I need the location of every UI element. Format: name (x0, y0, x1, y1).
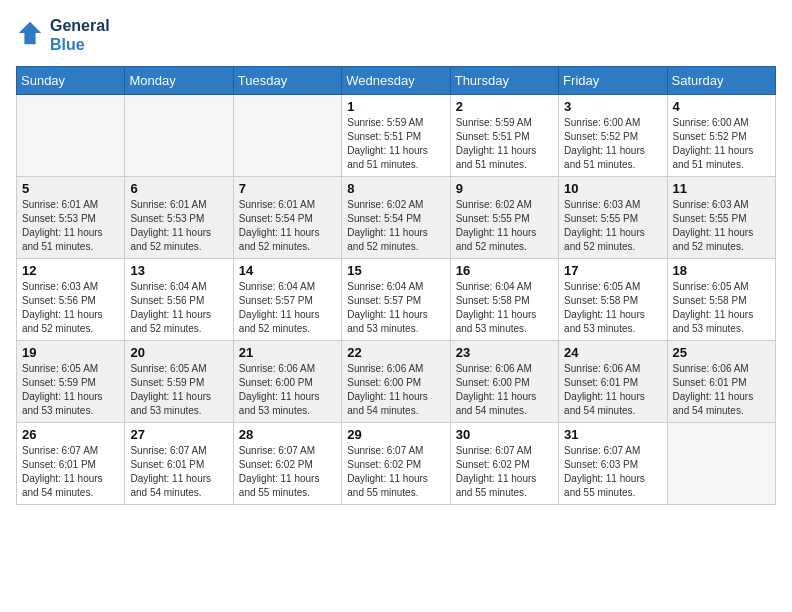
day-number: 29 (347, 427, 444, 442)
day-info: Sunrise: 6:03 AM Sunset: 5:56 PM Dayligh… (22, 280, 119, 336)
day-info: Sunrise: 6:07 AM Sunset: 6:02 PM Dayligh… (456, 444, 553, 500)
day-number: 31 (564, 427, 661, 442)
day-info: Sunrise: 6:07 AM Sunset: 6:02 PM Dayligh… (239, 444, 336, 500)
day-info: Sunrise: 6:03 AM Sunset: 5:55 PM Dayligh… (564, 198, 661, 254)
day-number: 11 (673, 181, 770, 196)
day-number: 5 (22, 181, 119, 196)
day-info: Sunrise: 6:01 AM Sunset: 5:53 PM Dayligh… (130, 198, 227, 254)
day-number: 18 (673, 263, 770, 278)
day-info: Sunrise: 6:04 AM Sunset: 5:57 PM Dayligh… (239, 280, 336, 336)
calendar-cell: 21Sunrise: 6:06 AM Sunset: 6:00 PM Dayli… (233, 341, 341, 423)
day-number: 2 (456, 99, 553, 114)
weekday-header-tuesday: Tuesday (233, 67, 341, 95)
day-info: Sunrise: 6:02 AM Sunset: 5:55 PM Dayligh… (456, 198, 553, 254)
day-number: 27 (130, 427, 227, 442)
calendar-cell (17, 95, 125, 177)
day-info: Sunrise: 6:07 AM Sunset: 6:02 PM Dayligh… (347, 444, 444, 500)
calendar-cell: 9Sunrise: 6:02 AM Sunset: 5:55 PM Daylig… (450, 177, 558, 259)
day-number: 19 (22, 345, 119, 360)
calendar-cell: 15Sunrise: 6:04 AM Sunset: 5:57 PM Dayli… (342, 259, 450, 341)
day-info: Sunrise: 6:06 AM Sunset: 6:00 PM Dayligh… (456, 362, 553, 418)
calendar-cell: 27Sunrise: 6:07 AM Sunset: 6:01 PM Dayli… (125, 423, 233, 505)
day-number: 16 (456, 263, 553, 278)
weekday-header-wednesday: Wednesday (342, 67, 450, 95)
logo-icon (16, 19, 44, 47)
day-number: 7 (239, 181, 336, 196)
weekday-header-friday: Friday (559, 67, 667, 95)
calendar-cell: 23Sunrise: 6:06 AM Sunset: 6:00 PM Dayli… (450, 341, 558, 423)
day-info: Sunrise: 6:07 AM Sunset: 6:01 PM Dayligh… (22, 444, 119, 500)
weekday-header-sunday: Sunday (17, 67, 125, 95)
day-info: Sunrise: 6:00 AM Sunset: 5:52 PM Dayligh… (564, 116, 661, 172)
day-info: Sunrise: 6:02 AM Sunset: 5:54 PM Dayligh… (347, 198, 444, 254)
page-header: GeneralBlue (16, 16, 776, 54)
day-number: 12 (22, 263, 119, 278)
calendar-cell: 17Sunrise: 6:05 AM Sunset: 5:58 PM Dayli… (559, 259, 667, 341)
calendar-cell: 19Sunrise: 6:05 AM Sunset: 5:59 PM Dayli… (17, 341, 125, 423)
day-number: 8 (347, 181, 444, 196)
calendar-cell: 22Sunrise: 6:06 AM Sunset: 6:00 PM Dayli… (342, 341, 450, 423)
calendar-cell: 31Sunrise: 6:07 AM Sunset: 6:03 PM Dayli… (559, 423, 667, 505)
day-info: Sunrise: 6:04 AM Sunset: 5:58 PM Dayligh… (456, 280, 553, 336)
day-info: Sunrise: 6:07 AM Sunset: 6:01 PM Dayligh… (130, 444, 227, 500)
calendar-cell: 29Sunrise: 6:07 AM Sunset: 6:02 PM Dayli… (342, 423, 450, 505)
calendar-cell: 13Sunrise: 6:04 AM Sunset: 5:56 PM Dayli… (125, 259, 233, 341)
day-number: 26 (22, 427, 119, 442)
calendar-cell (667, 423, 775, 505)
calendar-cell: 10Sunrise: 6:03 AM Sunset: 5:55 PM Dayli… (559, 177, 667, 259)
day-info: Sunrise: 6:06 AM Sunset: 6:00 PM Dayligh… (239, 362, 336, 418)
day-number: 21 (239, 345, 336, 360)
day-number: 24 (564, 345, 661, 360)
day-info: Sunrise: 6:03 AM Sunset: 5:55 PM Dayligh… (673, 198, 770, 254)
logo: GeneralBlue (16, 16, 110, 54)
day-number: 17 (564, 263, 661, 278)
calendar-cell: 4Sunrise: 6:00 AM Sunset: 5:52 PM Daylig… (667, 95, 775, 177)
calendar-cell: 12Sunrise: 6:03 AM Sunset: 5:56 PM Dayli… (17, 259, 125, 341)
day-number: 3 (564, 99, 661, 114)
calendar-cell: 1Sunrise: 5:59 AM Sunset: 5:51 PM Daylig… (342, 95, 450, 177)
day-info: Sunrise: 5:59 AM Sunset: 5:51 PM Dayligh… (347, 116, 444, 172)
calendar-cell: 20Sunrise: 6:05 AM Sunset: 5:59 PM Dayli… (125, 341, 233, 423)
calendar-cell: 7Sunrise: 6:01 AM Sunset: 5:54 PM Daylig… (233, 177, 341, 259)
calendar-cell (233, 95, 341, 177)
calendar-cell: 16Sunrise: 6:04 AM Sunset: 5:58 PM Dayli… (450, 259, 558, 341)
calendar-cell: 24Sunrise: 6:06 AM Sunset: 6:01 PM Dayli… (559, 341, 667, 423)
day-info: Sunrise: 6:07 AM Sunset: 6:03 PM Dayligh… (564, 444, 661, 500)
day-number: 9 (456, 181, 553, 196)
day-info: Sunrise: 5:59 AM Sunset: 5:51 PM Dayligh… (456, 116, 553, 172)
calendar-cell: 8Sunrise: 6:02 AM Sunset: 5:54 PM Daylig… (342, 177, 450, 259)
day-info: Sunrise: 6:01 AM Sunset: 5:53 PM Dayligh… (22, 198, 119, 254)
day-number: 30 (456, 427, 553, 442)
day-info: Sunrise: 6:06 AM Sunset: 6:00 PM Dayligh… (347, 362, 444, 418)
day-info: Sunrise: 6:06 AM Sunset: 6:01 PM Dayligh… (564, 362, 661, 418)
calendar-cell: 11Sunrise: 6:03 AM Sunset: 5:55 PM Dayli… (667, 177, 775, 259)
day-number: 1 (347, 99, 444, 114)
calendar-cell: 5Sunrise: 6:01 AM Sunset: 5:53 PM Daylig… (17, 177, 125, 259)
day-number: 25 (673, 345, 770, 360)
calendar-cell: 14Sunrise: 6:04 AM Sunset: 5:57 PM Dayli… (233, 259, 341, 341)
day-number: 13 (130, 263, 227, 278)
calendar-cell: 6Sunrise: 6:01 AM Sunset: 5:53 PM Daylig… (125, 177, 233, 259)
day-number: 15 (347, 263, 444, 278)
day-number: 6 (130, 181, 227, 196)
calendar-cell: 3Sunrise: 6:00 AM Sunset: 5:52 PM Daylig… (559, 95, 667, 177)
weekday-header-monday: Monday (125, 67, 233, 95)
calendar-cell: 28Sunrise: 6:07 AM Sunset: 6:02 PM Dayli… (233, 423, 341, 505)
day-number: 28 (239, 427, 336, 442)
day-info: Sunrise: 6:04 AM Sunset: 5:57 PM Dayligh… (347, 280, 444, 336)
calendar-table: SundayMondayTuesdayWednesdayThursdayFrid… (16, 66, 776, 505)
calendar-cell (125, 95, 233, 177)
svg-marker-0 (19, 22, 41, 44)
day-info: Sunrise: 6:06 AM Sunset: 6:01 PM Dayligh… (673, 362, 770, 418)
calendar-cell: 26Sunrise: 6:07 AM Sunset: 6:01 PM Dayli… (17, 423, 125, 505)
day-info: Sunrise: 6:05 AM Sunset: 5:58 PM Dayligh… (673, 280, 770, 336)
day-info: Sunrise: 6:05 AM Sunset: 5:58 PM Dayligh… (564, 280, 661, 336)
day-number: 23 (456, 345, 553, 360)
day-number: 4 (673, 99, 770, 114)
day-number: 22 (347, 345, 444, 360)
day-number: 20 (130, 345, 227, 360)
day-info: Sunrise: 6:00 AM Sunset: 5:52 PM Dayligh… (673, 116, 770, 172)
calendar-cell: 25Sunrise: 6:06 AM Sunset: 6:01 PM Dayli… (667, 341, 775, 423)
day-info: Sunrise: 6:01 AM Sunset: 5:54 PM Dayligh… (239, 198, 336, 254)
calendar-cell: 30Sunrise: 6:07 AM Sunset: 6:02 PM Dayli… (450, 423, 558, 505)
